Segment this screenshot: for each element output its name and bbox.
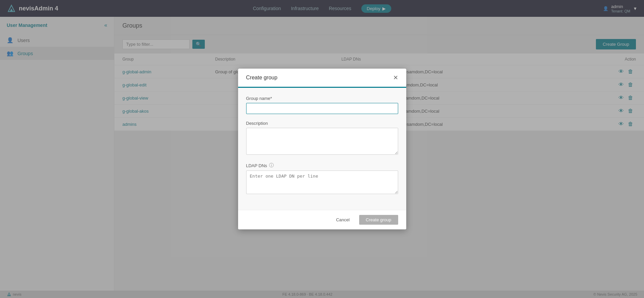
create-group-modal: Create group ✕ Group name* Description L… bbox=[238, 69, 406, 229]
ldap-dns-field: LDAP DNs ⓘ bbox=[246, 162, 398, 195]
description-label: Description bbox=[246, 121, 398, 126]
info-icon[interactable]: ⓘ bbox=[269, 162, 274, 169]
description-input[interactable] bbox=[246, 128, 398, 155]
cancel-button[interactable]: Cancel bbox=[331, 215, 355, 225]
modal-body: Group name* Description LDAP DNs ⓘ bbox=[238, 88, 406, 210]
modal-close-button[interactable]: ✕ bbox=[393, 75, 398, 81]
ldap-dns-label: LDAP DNs bbox=[246, 163, 267, 168]
group-name-input[interactable] bbox=[246, 103, 398, 114]
modal-title: Create group bbox=[246, 75, 277, 81]
group-name-field: Group name* bbox=[246, 96, 398, 114]
modal-overlay: Create group ✕ Group name* Description L… bbox=[0, 0, 644, 298]
modal-header: Create group ✕ bbox=[238, 69, 406, 88]
group-name-label: Group name* bbox=[246, 96, 398, 101]
ldap-dns-input[interactable] bbox=[246, 171, 398, 194]
ldap-dns-label-row: LDAP DNs ⓘ bbox=[246, 162, 398, 169]
modal-footer: Cancel Create group bbox=[238, 210, 406, 229]
create-group-submit-button[interactable]: Create group bbox=[359, 215, 398, 225]
description-field: Description bbox=[246, 121, 398, 156]
